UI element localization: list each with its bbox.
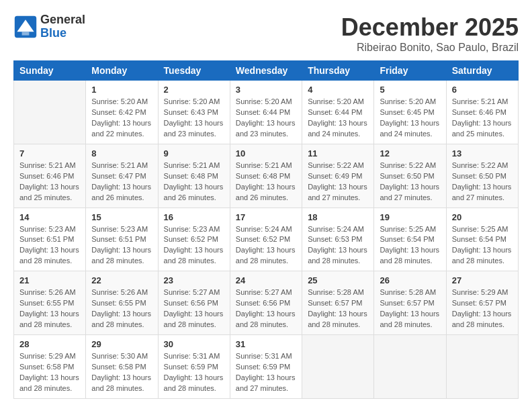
day-info: Sunrise: 5:23 AM Sunset: 6:51 PM Dayligh… (19, 224, 80, 267)
calendar-cell: 20Sunrise: 5:25 AM Sunset: 6:54 PM Dayli… (446, 208, 518, 271)
calendar-cell: 29Sunrise: 5:30 AM Sunset: 6:58 PM Dayli… (86, 335, 158, 399)
calendar-cell (14, 81, 86, 144)
calendar-header-monday: Monday (86, 61, 158, 81)
calendar-week-row: 21Sunrise: 5:26 AM Sunset: 6:55 PM Dayli… (14, 271, 519, 335)
day-info: Sunrise: 5:20 AM Sunset: 6:44 PM Dayligh… (308, 97, 368, 140)
logo: General Blue (13, 13, 85, 40)
day-number: 11 (308, 148, 368, 158)
day-number: 23 (164, 275, 224, 285)
calendar-cell: 2Sunrise: 5:20 AM Sunset: 6:43 PM Daylig… (158, 81, 230, 144)
calendar-cell: 10Sunrise: 5:21 AM Sunset: 6:48 PM Dayli… (230, 144, 302, 208)
calendar-cell: 16Sunrise: 5:23 AM Sunset: 6:52 PM Dayli… (158, 208, 230, 271)
day-number: 6 (452, 85, 513, 95)
day-number: 5 (380, 85, 440, 95)
calendar-header-thursday: Thursday (302, 61, 374, 81)
day-number: 22 (91, 275, 152, 285)
calendar-cell: 19Sunrise: 5:25 AM Sunset: 6:54 PM Dayli… (374, 208, 446, 271)
day-info: Sunrise: 5:28 AM Sunset: 6:57 PM Dayligh… (308, 287, 368, 330)
day-info: Sunrise: 5:20 AM Sunset: 6:44 PM Dayligh… (236, 97, 296, 140)
calendar-header-sunday: Sunday (14, 61, 86, 81)
calendar-cell: 8Sunrise: 5:21 AM Sunset: 6:47 PM Daylig… (86, 144, 158, 208)
day-info: Sunrise: 5:27 AM Sunset: 6:56 PM Dayligh… (236, 287, 296, 330)
day-info: Sunrise: 5:28 AM Sunset: 6:57 PM Dayligh… (380, 287, 440, 330)
calendar-cell: 13Sunrise: 5:22 AM Sunset: 6:50 PM Dayli… (446, 144, 518, 208)
calendar-cell (374, 335, 446, 399)
calendar-cell: 14Sunrise: 5:23 AM Sunset: 6:51 PM Dayli… (14, 208, 86, 271)
day-number: 30 (164, 339, 224, 349)
day-number: 13 (452, 148, 513, 158)
day-info: Sunrise: 5:30 AM Sunset: 6:58 PM Dayligh… (91, 351, 152, 394)
header: General Blue December 2025 Ribeirao Boni… (13, 13, 519, 54)
location-subtitle: Ribeirao Bonito, Sao Paulo, Brazil (341, 42, 519, 54)
day-info: Sunrise: 5:27 AM Sunset: 6:56 PM Dayligh… (164, 287, 224, 330)
calendar-cell: 7Sunrise: 5:21 AM Sunset: 6:46 PM Daylig… (14, 144, 86, 208)
calendar-week-row: 7Sunrise: 5:21 AM Sunset: 6:46 PM Daylig… (14, 144, 519, 208)
day-number: 9 (164, 148, 224, 158)
day-number: 3 (236, 85, 296, 95)
calendar-week-row: 14Sunrise: 5:23 AM Sunset: 6:51 PM Dayli… (14, 208, 519, 271)
day-info: Sunrise: 5:22 AM Sunset: 6:49 PM Dayligh… (308, 161, 368, 203)
day-number: 21 (19, 275, 80, 285)
logo-text: General Blue (40, 13, 85, 40)
calendar-week-row: 28Sunrise: 5:29 AM Sunset: 6:58 PM Dayli… (14, 335, 519, 399)
calendar-cell: 28Sunrise: 5:29 AM Sunset: 6:58 PM Dayli… (14, 335, 86, 399)
calendar-week-row: 1Sunrise: 5:20 AM Sunset: 6:42 PM Daylig… (14, 81, 519, 144)
day-number: 8 (91, 148, 152, 158)
calendar-cell: 3Sunrise: 5:20 AM Sunset: 6:44 PM Daylig… (230, 81, 302, 144)
day-number: 14 (19, 212, 80, 222)
day-info: Sunrise: 5:23 AM Sunset: 6:52 PM Dayligh… (164, 224, 224, 267)
calendar-cell: 6Sunrise: 5:21 AM Sunset: 6:46 PM Daylig… (446, 81, 518, 144)
page-container: General Blue December 2025 Ribeirao Boni… (13, 13, 519, 399)
day-info: Sunrise: 5:31 AM Sunset: 6:59 PM Dayligh… (236, 351, 296, 394)
day-number: 1 (91, 85, 152, 95)
day-info: Sunrise: 5:20 AM Sunset: 6:43 PM Dayligh… (164, 97, 224, 140)
day-number: 16 (164, 212, 224, 222)
calendar-cell (302, 335, 374, 399)
day-number: 25 (308, 275, 368, 285)
calendar-cell: 26Sunrise: 5:28 AM Sunset: 6:57 PM Dayli… (374, 271, 446, 335)
day-number: 12 (380, 148, 440, 158)
calendar-cell: 17Sunrise: 5:24 AM Sunset: 6:52 PM Dayli… (230, 208, 302, 271)
day-info: Sunrise: 5:21 AM Sunset: 6:47 PM Dayligh… (91, 161, 152, 203)
day-info: Sunrise: 5:21 AM Sunset: 6:48 PM Dayligh… (164, 161, 224, 203)
day-number: 17 (236, 212, 296, 222)
day-info: Sunrise: 5:31 AM Sunset: 6:59 PM Dayligh… (164, 351, 224, 394)
day-info: Sunrise: 5:23 AM Sunset: 6:51 PM Dayligh… (91, 224, 152, 267)
calendar-cell: 30Sunrise: 5:31 AM Sunset: 6:59 PM Dayli… (158, 335, 230, 399)
calendar-cell: 1Sunrise: 5:20 AM Sunset: 6:42 PM Daylig… (86, 81, 158, 144)
day-number: 20 (452, 212, 513, 222)
day-info: Sunrise: 5:25 AM Sunset: 6:54 PM Dayligh… (452, 224, 513, 267)
day-number: 24 (236, 275, 296, 285)
general-blue-icon (13, 15, 38, 39)
calendar-cell: 5Sunrise: 5:20 AM Sunset: 6:45 PM Daylig… (374, 81, 446, 144)
day-info: Sunrise: 5:24 AM Sunset: 6:53 PM Dayligh… (308, 224, 368, 267)
day-info: Sunrise: 5:20 AM Sunset: 6:45 PM Dayligh… (380, 97, 440, 140)
day-number: 4 (308, 85, 368, 95)
calendar-cell: 27Sunrise: 5:29 AM Sunset: 6:57 PM Dayli… (446, 271, 518, 335)
day-info: Sunrise: 5:29 AM Sunset: 6:57 PM Dayligh… (452, 287, 513, 330)
day-number: 31 (236, 339, 296, 349)
calendar-cell: 25Sunrise: 5:28 AM Sunset: 6:57 PM Dayli… (302, 271, 374, 335)
day-info: Sunrise: 5:22 AM Sunset: 6:50 PM Dayligh… (452, 161, 513, 203)
calendar-cell: 4Sunrise: 5:20 AM Sunset: 6:44 PM Daylig… (302, 81, 374, 144)
day-number: 2 (164, 85, 224, 95)
day-number: 29 (91, 339, 152, 349)
calendar-cell: 22Sunrise: 5:26 AM Sunset: 6:55 PM Dayli… (86, 271, 158, 335)
day-info: Sunrise: 5:25 AM Sunset: 6:54 PM Dayligh… (380, 224, 440, 267)
calendar-header-wednesday: Wednesday (230, 61, 302, 81)
calendar-cell (446, 335, 518, 399)
title-section: December 2025 Ribeirao Bonito, Sao Paulo… (341, 13, 519, 54)
day-info: Sunrise: 5:26 AM Sunset: 6:55 PM Dayligh… (19, 287, 80, 330)
day-number: 18 (308, 212, 368, 222)
svg-rect-2 (22, 32, 30, 35)
day-info: Sunrise: 5:29 AM Sunset: 6:58 PM Dayligh… (19, 351, 80, 394)
day-info: Sunrise: 5:21 AM Sunset: 6:48 PM Dayligh… (236, 161, 296, 203)
day-info: Sunrise: 5:21 AM Sunset: 6:46 PM Dayligh… (19, 161, 80, 203)
day-number: 15 (91, 212, 152, 222)
day-info: Sunrise: 5:24 AM Sunset: 6:52 PM Dayligh… (236, 224, 296, 267)
calendar-cell: 31Sunrise: 5:31 AM Sunset: 6:59 PM Dayli… (230, 335, 302, 399)
calendar-cell: 15Sunrise: 5:23 AM Sunset: 6:51 PM Dayli… (86, 208, 158, 271)
day-info: Sunrise: 5:20 AM Sunset: 6:42 PM Dayligh… (91, 97, 152, 140)
calendar-cell: 23Sunrise: 5:27 AM Sunset: 6:56 PM Dayli… (158, 271, 230, 335)
calendar-cell: 9Sunrise: 5:21 AM Sunset: 6:48 PM Daylig… (158, 144, 230, 208)
